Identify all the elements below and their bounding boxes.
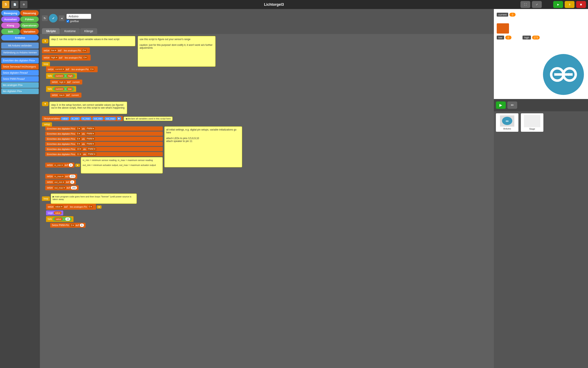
cat-fuehlen[interactable]: Fühlen xyxy=(20,16,39,22)
cat-arduino[interactable]: Arduino xyxy=(1,35,39,40)
block-loop-3: loop ▶ main program code goes here and t… xyxy=(42,193,492,229)
stage-ctrl-pencil[interactable]: ✏ xyxy=(507,101,517,109)
sprite-checkbox-row: greifbar xyxy=(66,20,91,23)
block-einrichten-5[interactable]: Einrichten des digitalen Pins 5 ▾ als PW… xyxy=(45,131,163,136)
sidebar-block-einrichten[interactable]: Einrichten des digitalen Pins ▾ xyxy=(1,58,39,64)
sidebar-block-lies-analog[interactable]: lies analogen Pin ▾ xyxy=(1,82,39,88)
setup-body: Einrichten des digitalen Pins 3 ▾ als PW… xyxy=(45,126,492,193)
cat-aussehen[interactable]: Aussehen xyxy=(1,16,20,22)
block-einrichten-10[interactable]: Einrichten des digitalen Pins 10 ▾ als P… xyxy=(45,147,163,151)
app-logo: S xyxy=(2,1,9,8)
sprite-thumb-arduino[interactable]: ∞ Arduino xyxy=(496,113,518,132)
sidebar-buttons: Mit Arduino verbinden Verbindung zu Ardu… xyxy=(0,42,40,56)
right-panel: current 0 low 0 high 273 xyxy=(494,9,588,368)
block-setup-label[interactable]: setup xyxy=(42,122,52,126)
block-setze-high: setze high ▾ auf lies analogen Pin 0 ▾ xyxy=(42,55,135,61)
block-falls-lt-low[interactable]: falls current < low xyxy=(46,86,76,92)
sprite-checkbox[interactable] xyxy=(66,20,69,22)
block-falls-gt-high[interactable]: falls current > high xyxy=(46,73,77,79)
block-setze-current[interactable]: setze current ▾ auf lies analogen Pin 0 … xyxy=(46,66,98,72)
svg-rect-3 xyxy=(556,74,559,75)
block-einrichten-11[interactable]: Einrichten des digitalen Pins 11 ▾ als P… xyxy=(45,152,163,156)
block-loop-label-1[interactable]: loop xyxy=(42,62,50,66)
disconnect-arduino-btn[interactable]: Verbindung zu Arduino trennen xyxy=(1,49,39,56)
block-falls-body-1: setze high ▾ auf current xyxy=(50,79,135,85)
block-hat-step2[interactable]: ▼ xyxy=(42,39,48,43)
note-setup-right: all initial settings, e.g. digital pin s… xyxy=(164,126,242,167)
sprite-checkbox-label: greifbar xyxy=(70,20,79,23)
cat-variablen[interactable]: Variablen xyxy=(20,29,39,34)
sidebar-block-setze-servo[interactable]: Setze Servo ▾ auf ImUhrzeigors xyxy=(1,64,39,70)
block-setze-out-max[interactable]: setze out_max ▾ auf 255 xyxy=(45,185,79,190)
block-in-min-arrow[interactable]: ▼ xyxy=(75,164,80,167)
script-group-step2: ▼ step 2: run this script to adjust vari… xyxy=(42,36,492,98)
top-bar: S 📄 ⚙ Lichtorgel3 ⛶ ⤢ ▶ ⏸ ⏹ xyxy=(0,0,588,9)
block-sage-value[interactable]: sage value xyxy=(46,211,63,215)
center-panel: ↻ ✓ ◂ Arduino greifbar Skripte Kostüme K… xyxy=(40,9,494,368)
play-btn[interactable]: ▶ xyxy=(553,1,563,8)
cat-klang[interactable]: Klang xyxy=(1,22,20,28)
scripts-area[interactable]: ▼ step 2: run this script to adjust vari… xyxy=(40,34,494,368)
sprite-arduino-circle: ✓ xyxy=(49,14,57,22)
settings-icon-btn[interactable]: ⚙ xyxy=(20,1,28,8)
block-einrichten-9[interactable]: Einrichten des digitalen Pins 9 ▾ als PW… xyxy=(45,142,163,146)
tab-skripte[interactable]: Skripte xyxy=(42,28,60,34)
stage-var-high-value: 273 xyxy=(532,36,540,39)
stage-var-low-value: 0 xyxy=(505,36,512,39)
sprite-icon-left[interactable]: ◂ xyxy=(59,15,65,21)
block-hat-step3[interactable]: ▼ xyxy=(42,102,48,106)
note-loop-main: ▶ main program code goes here and then l… xyxy=(51,193,137,204)
stage-var-current-row: current 0 xyxy=(497,13,515,17)
block-loop-1: loop setze current ▾ auf lies analogen P… xyxy=(42,62,135,98)
block-loop-label-3[interactable]: loop xyxy=(42,196,50,201)
sprite-name-input[interactable]: Arduino xyxy=(66,14,91,19)
tab-kostueme[interactable]: Kostüme xyxy=(60,28,80,34)
stage-orange-box xyxy=(497,23,509,34)
script-group-step3: ▼ step 3: in the setup function, set cor… xyxy=(42,102,492,229)
cat-bewegung[interactable]: Bewegung xyxy=(1,10,20,16)
fullscreen-btn[interactable]: ⛶ xyxy=(521,1,530,8)
cat-operatoren[interactable]: Operatoren xyxy=(20,22,39,28)
stage-var-low-label: low xyxy=(497,36,504,39)
sidebar-block-setze-digital[interactable]: Setze digitalen Pin ▾ auf xyxy=(1,70,39,76)
block-value-arrow[interactable]: ▼ xyxy=(97,205,102,209)
cat-stift[interactable]: Stift xyxy=(1,29,20,34)
app-title: Lichtorgel3 xyxy=(29,2,519,7)
note-step3: step 3: in the setup function, set corre… xyxy=(49,102,127,114)
stop-btn[interactable]: ⏹ xyxy=(576,1,586,8)
block-falls-body-2: setze low ▾ auf current xyxy=(50,92,135,98)
block-setze-in-min[interactable]: setze in_min ▾ auf 0 xyxy=(45,163,75,167)
file-icon-btn[interactable]: 📄 xyxy=(11,1,19,8)
tab-klaenge[interactable]: Klänge xyxy=(80,28,97,34)
block-setze-value[interactable]: setze value ▾ auf lies analogen Pin 0 ▾ xyxy=(46,204,96,210)
sidebar-block-lies-digital[interactable]: lies digitalen Pin ▾ xyxy=(1,88,39,94)
block-setze-low-current[interactable]: setze low ▾ auf current xyxy=(50,93,82,98)
note-in-min: in_min = minimum sensor reading, in_max … xyxy=(81,157,163,174)
sprite-icon-refresh[interactable]: ↻ xyxy=(42,15,48,21)
expand-btn[interactable]: ⤢ xyxy=(532,1,542,8)
connect-arduino-btn[interactable]: Mit Arduino verbinden xyxy=(1,43,39,49)
sprite-icons: ↻ ✓ ◂ xyxy=(42,14,65,22)
block-setze-high-current[interactable]: setze high ▾ auf current xyxy=(50,80,82,84)
block-einrichten-3[interactable]: Einrichten des digitalen Pins 3 ▾ als PW… xyxy=(45,126,163,131)
stage-ctrl-play[interactable]: ▶ xyxy=(496,101,506,109)
svg-rect-5 xyxy=(567,74,570,75)
stage-thumb[interactable]: Stage xyxy=(521,113,543,132)
block-setze-low: setze low ▾ auf lies analogen Pin 0 ▾ xyxy=(42,47,135,54)
sidebar-block-setze-pwm[interactable]: Setze PWM-Pin ▾ auf xyxy=(1,76,39,82)
block-einrichten-6[interactable]: Einrichten des digitalen Pins 6 ▾ als PW… xyxy=(45,137,163,141)
pause-btn[interactable]: ⏸ xyxy=(565,1,575,8)
block-setze-pwm-3-auf[interactable]: Setze PWM-Pin 3 ▾ auf 0 xyxy=(50,223,85,228)
block-setze-in-max[interactable]: setze in_max ▾ auf 273 xyxy=(45,174,77,179)
cat-steuerung[interactable]: Steuerung xyxy=(20,10,39,16)
stage-var-high-label: high xyxy=(523,36,531,39)
stage-var-high-row: high 273 xyxy=(523,36,540,39)
scripts-inner: ▼ step 2: run this script to adjust vari… xyxy=(42,36,492,229)
block-setze-high-inner[interactable]: setze high ▾ auf lies analogen Pin 0 ▾ xyxy=(42,55,91,61)
block-setze-out-min[interactable]: setze out_min ▾ auf 0 xyxy=(45,180,76,184)
stage-display: current 0 low 0 high 273 xyxy=(494,9,588,99)
sprite-list-area: ∞ Arduino Stage xyxy=(494,111,588,368)
block-falls-value-lt10[interactable]: falls value < 10 xyxy=(46,216,74,222)
block-skriptvariablen[interactable]: Skriptvariablen value in_min in_max out_… xyxy=(42,116,123,121)
block-setze-low-inner[interactable]: setze low ▾ auf lies analogen Pin 0 ▾ xyxy=(42,47,90,53)
